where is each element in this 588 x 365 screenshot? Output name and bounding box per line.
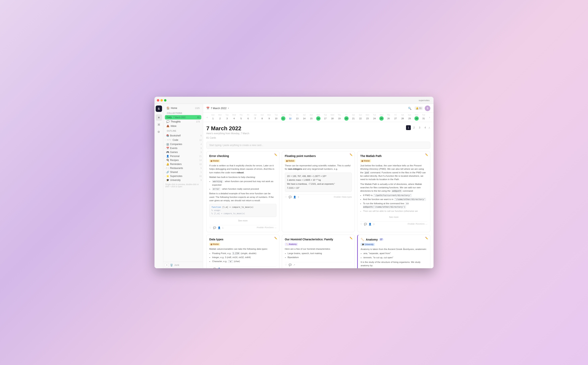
sidebar-item-restaurants[interactable]: › 🍽️ Restaurants 5 <box>163 166 203 170</box>
user-avatar[interactable]: S <box>425 105 430 111</box>
comment-icon[interactable]: 💬 <box>213 268 216 268</box>
page-3-button[interactable]: 3 <box>417 125 422 130</box>
sidebar-item-junk[interactable]: 🗑️ Junk <box>170 264 201 267</box>
home-label: Home <box>171 107 177 110</box>
sidebar-item-university[interactable]: › 🎓 University 9 <box>163 178 203 182</box>
card-tag-university[interactable]: 🎓 University <box>361 243 375 246</box>
sidebar-item-recipes[interactable]: › 🍳 Recipes 14 <box>163 158 203 162</box>
like-icon[interactable]: ♡ <box>285 263 287 266</box>
user-icon[interactable]: 👤 <box>369 223 371 225</box>
recipes-icon: 🍳 <box>166 159 169 161</box>
tag-matlab[interactable]: #matlab <box>257 226 264 229</box>
card-edit-icon[interactable]: ✏️ <box>274 153 277 156</box>
personal-icon: 👤 <box>166 155 169 158</box>
personal-label: Personal <box>170 155 179 158</box>
tag-matlab[interactable]: #matlab <box>334 196 341 198</box>
cal-day-3: Tue 3 <box>223 114 230 121</box>
comment-icon[interactable]: 💬 <box>213 226 216 229</box>
more-icon[interactable]: ··· <box>274 226 276 229</box>
tag-functions[interactable]: #functions <box>415 223 424 225</box>
personal-count: 21 <box>199 155 202 157</box>
tag-matlab[interactable]: #matlab <box>408 223 415 225</box>
thoughts-label: Thoughts <box>171 120 181 123</box>
calendar-next-button[interactable]: › <box>427 115 432 120</box>
thoughts-count: 173 <box>196 120 200 123</box>
card-footer: ♡ 💬 👤 1 <box>209 266 276 268</box>
nav-home-icon[interactable]: ≡ <box>156 114 162 121</box>
nav-settings-icon[interactable]: ⚙ <box>156 129 162 135</box>
sidebar-item-supernotes[interactable]: › ⭐ Supernotes 16 <box>163 174 203 178</box>
search-button[interactable]: 🔍 <box>407 105 413 111</box>
card-edit-icon[interactable]: ✏️ <box>425 153 428 156</box>
sidebar-item-companies[interactable]: › 🏢 Companies 4 <box>163 142 203 146</box>
comment-icon[interactable]: 💬 <box>289 196 292 198</box>
inbox-label: Inbox <box>171 125 176 127</box>
pagination-collapse-icon[interactable]: ∧ <box>428 126 430 129</box>
sidebar-item-thoughts[interactable]: 💭 Thoughts 173 <box>165 119 201 124</box>
sidebar-item-shared[interactable]: › 🔗 Shared 1 <box>163 170 203 174</box>
sidebar-item-inbox[interactable]: 📥 Inbox <box>165 124 201 128</box>
restaurants-icon: 🍽️ <box>166 167 169 169</box>
outline-list: › 📚 Bookshelf 6 › ＜/＞ Code 10 › 🏢 Compan… <box>163 134 203 262</box>
sidebar-item-bookshelf[interactable]: › 📚 Bookshelf 6 <box>163 134 203 138</box>
like-icon[interactable]: ♡ <box>285 196 287 198</box>
sidebar-item-daily[interactable]: Daily 7 March 2022 81 <box>165 115 201 119</box>
card-tag-anatomy[interactable]: 🦴 Anatomy <box>285 243 298 246</box>
cal-day-22: Sun 22 <box>357 114 364 121</box>
card-edit-icon[interactable]: ✏️ <box>274 237 277 239</box>
page-4-button[interactable]: 4 <box>423 125 428 130</box>
card-edit-icon[interactable]: ✏️ <box>350 237 353 239</box>
maximize-button[interactable] <box>164 99 166 102</box>
card-edit-icon[interactable]: ✏️ <box>425 237 428 239</box>
junk-label: Junk <box>174 264 179 267</box>
app-window: supernotes S ≡ ⌘ ⚙ 🏠 Home 1325 Collectio… <box>154 97 434 268</box>
sidebar-item-reminders[interactable]: › 🔔 Reminders 10 <box>163 162 203 166</box>
share-icon[interactable]: ↗ <box>293 263 295 266</box>
page-1-button[interactable]: 1 <box>406 125 411 130</box>
sidebar-item-personal[interactable]: › 👤 Personal 21 <box>163 154 203 158</box>
see-more-button[interactable]: See more <box>209 219 276 223</box>
tag-data-types[interactable]: #data types <box>342 196 352 198</box>
close-button[interactable] <box>157 99 159 102</box>
shared-count: 1 <box>200 171 202 173</box>
like-icon[interactable]: ♡ <box>209 226 212 229</box>
notification-badge[interactable]: 🔔 11 <box>415 106 423 110</box>
more-icon[interactable]: ··· <box>425 223 427 225</box>
page-2-button[interactable]: 2 <box>412 125 416 130</box>
topbar: 📅 7 March 2022 ▾ 🔍 🔔 11 S <box>203 104 434 113</box>
minimize-button[interactable] <box>160 99 163 102</box>
cal-day-21: Sat 21 <box>350 114 357 121</box>
like-icon[interactable]: ♡ <box>360 223 362 225</box>
card-tag-matlab[interactable]: ▦ Matlab <box>209 159 220 162</box>
shared-label: Shared <box>170 171 178 174</box>
sidebar-item-home[interactable]: 🏠 Home 1325 <box>165 105 201 111</box>
code-block: function [l,m] = compare_to_mean(x) % us… <box>209 204 276 217</box>
cal-day-20: Fri 20 <box>343 114 350 121</box>
notification-icon: 🔔 <box>416 107 419 109</box>
cal-day-9: Mon 9 <box>266 114 273 121</box>
user-icon[interactable]: 👤 <box>293 196 296 198</box>
card-tag-matlab[interactable]: ▦ Matlab <box>285 159 296 162</box>
user-icon[interactable]: 👤 <box>218 268 221 268</box>
date-heading-block: 7 March 2022 Here's everything from Mond… <box>206 125 249 135</box>
comment-icon[interactable]: 💬 <box>364 223 367 225</box>
card-tag-matlab[interactable]: ▦ Matlab <box>209 243 220 246</box>
sidebar-item-games[interactable]: › 🎮 Games 3 <box>163 150 203 154</box>
add-button[interactable]: + <box>165 263 169 267</box>
sidebar-item-events[interactable]: › 📅 Events 9 <box>163 146 203 150</box>
cards-grid: ✏️ Error checking ▦ Matlab If code is wr… <box>206 151 430 268</box>
nav-filter-icon[interactable]: ⌘ <box>156 121 162 128</box>
topbar-date-selector[interactable]: 📅 7 March 2022 ▾ <box>206 107 229 110</box>
tag-functions[interactable]: #functions <box>265 226 274 229</box>
user-icon[interactable]: 👤 <box>218 226 221 229</box>
comment-icon[interactable]: 💬 <box>289 263 292 266</box>
supernotes-count: 16 <box>199 175 202 177</box>
see-more-button[interactable]: See more <box>360 215 427 219</box>
new-card-input[interactable]: Start typing / paste anything to create … <box>206 142 430 149</box>
card-tag-matlab[interactable]: ▦ Matlab <box>360 159 371 162</box>
card-edit-icon[interactable]: ✏️ <box>350 153 353 156</box>
sidebar-item-code[interactable]: › ＜/＞ Code 10 <box>163 138 203 142</box>
like-icon[interactable]: ♡ <box>209 268 212 268</box>
calendar-prev-button[interactable]: ‹ <box>205 115 210 120</box>
card-count-badge: 17 <box>379 238 383 241</box>
